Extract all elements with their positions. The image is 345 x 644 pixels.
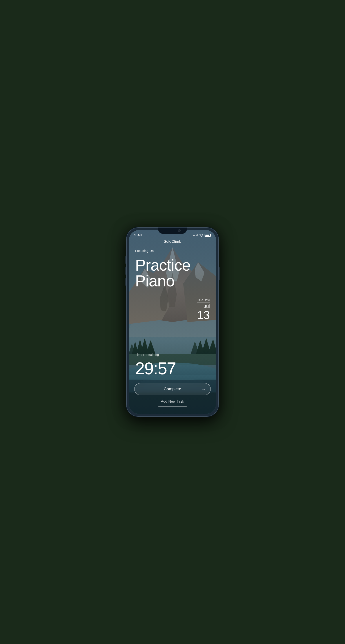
status-time: 5:40 xyxy=(134,233,142,237)
notch xyxy=(158,228,187,234)
focusing-label: Focusing On xyxy=(135,249,195,254)
task-title-line2: Piano xyxy=(135,272,174,290)
status-icons xyxy=(193,234,211,237)
task-title-line1: Practice xyxy=(135,256,191,274)
screen-content: 5:40 SoloClimb xyxy=(129,230,216,414)
add-task-button[interactable]: Add New Task xyxy=(134,398,211,405)
battery-icon xyxy=(205,234,211,237)
due-date-section: Due Date Jul 13 xyxy=(197,298,210,321)
main-content: Focusing On Practice Piano Due Date Jul … xyxy=(129,244,216,380)
home-indicator xyxy=(158,406,187,407)
add-task-label: Add New Task xyxy=(161,400,184,403)
phone-screen: 5:40 SoloClimb xyxy=(129,230,216,414)
phone-frame: 5:40 SoloClimb xyxy=(126,228,219,416)
due-date-day: 13 xyxy=(197,309,210,321)
wifi-icon xyxy=(199,234,203,237)
app-title: SoloClimb xyxy=(129,238,216,244)
complete-label: Complete xyxy=(164,387,181,392)
bottom-section: Complete → Add New Task xyxy=(129,380,216,414)
camera xyxy=(178,229,181,232)
complete-button[interactable]: Complete → xyxy=(134,383,211,395)
due-date-label: Due Date xyxy=(197,298,210,303)
time-section: Time Remaining 29:57 xyxy=(135,348,210,377)
timer-display: 29:57 xyxy=(135,360,210,377)
complete-arrow-icon: → xyxy=(201,386,206,392)
time-remaining-label: Time Remaining xyxy=(135,353,191,358)
signal-icon xyxy=(193,234,198,236)
